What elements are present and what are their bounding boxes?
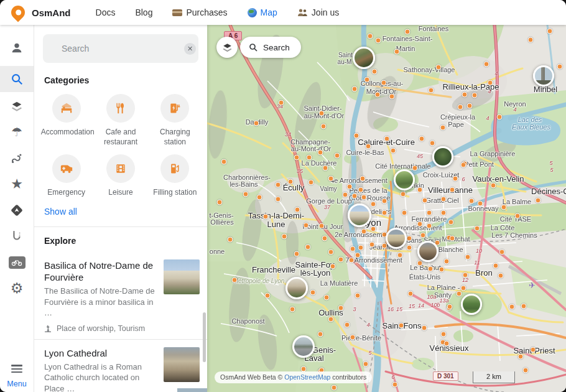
poi-dot[interactable] — [350, 246, 356, 252]
openstreetmap-link[interactable]: OpenStreetMap — [284, 373, 330, 381]
poi-dot[interactable] — [363, 362, 369, 367]
poi-dot[interactable] — [228, 237, 233, 243]
rail-routes[interactable] — [0, 145, 34, 171]
poi-dot[interactable] — [328, 317, 334, 322]
nav-join-us[interactable]: Join us — [297, 7, 339, 17]
poi-dot[interactable] — [338, 306, 344, 311]
poi-dot[interactable] — [354, 133, 360, 139]
brand-title[interactable]: OsmAnd — [32, 7, 71, 18]
poi-dot[interactable] — [382, 210, 387, 216]
photo-marker-tower[interactable] — [533, 65, 554, 86]
poi-dot[interactable] — [408, 291, 414, 297]
poi-dot[interactable] — [349, 258, 355, 263]
poi-dot[interactable] — [436, 65, 442, 70]
poi-dot[interactable] — [364, 77, 370, 83]
rail-settings[interactable]: ⚙ — [0, 275, 34, 301]
poi-dot[interactable] — [439, 267, 445, 273]
poi-dot[interactable] — [407, 236, 412, 241]
poi-dot[interactable] — [338, 257, 344, 263]
poi-dot[interactable] — [397, 253, 403, 258]
nav-purchases[interactable]: Purchases — [172, 7, 227, 17]
poi-dot[interactable] — [335, 153, 340, 159]
poi-dot[interactable] — [461, 162, 466, 168]
poi-dot[interactable] — [332, 385, 337, 391]
search-input[interactable] — [60, 43, 175, 54]
category-emergency[interactable]: Emergency — [39, 154, 93, 197]
poi-dot[interactable] — [465, 254, 471, 260]
poi-dot[interactable] — [276, 197, 281, 202]
panel-scrollbar[interactable] — [203, 312, 206, 362]
photo-marker-basilica[interactable] — [348, 203, 371, 227]
poi-dot[interactable] — [453, 176, 458, 182]
poi-dot[interactable] — [501, 205, 507, 210]
poi-dot[interactable] — [382, 243, 387, 249]
rail-search[interactable] — [0, 66, 34, 92]
poi-dot[interactable] — [360, 176, 366, 182]
poi-dot[interactable] — [375, 92, 381, 98]
poi-dot[interactable] — [384, 136, 390, 142]
poi-dot[interactable] — [345, 322, 350, 328]
photo-marker-street[interactable] — [292, 335, 315, 358]
poi-dot[interactable] — [322, 236, 328, 241]
poi-dot[interactable] — [422, 325, 427, 331]
poi-dot[interactable] — [343, 192, 348, 198]
poi-dot[interactable] — [536, 198, 541, 203]
poi-dot[interactable] — [419, 136, 425, 142]
photo-marker-meadow[interactable] — [461, 294, 482, 315]
poi-dot[interactable] — [371, 226, 376, 232]
poi-dot[interactable] — [217, 200, 223, 205]
poi-dot[interactable] — [484, 62, 489, 67]
poi-dot[interactable] — [381, 80, 387, 86]
poi-dot[interactable] — [472, 93, 478, 98]
map-canvas[interactable]: ✈ FontainesFontaines-Saint-MartinSathona… — [207, 25, 566, 392]
show-all-link[interactable]: Show all — [44, 207, 197, 217]
photo-marker-park[interactable] — [394, 169, 415, 190]
poi-dot[interactable] — [412, 166, 418, 171]
poi-dot[interactable] — [405, 29, 411, 35]
photo-marker-arch[interactable] — [285, 277, 308, 299]
poi-dot[interactable] — [440, 125, 446, 131]
map-search-button[interactable]: Search — [240, 37, 301, 58]
poi-dot[interactable] — [493, 263, 499, 269]
poi-dot[interactable] — [417, 222, 423, 227]
poi-dot[interactable] — [358, 245, 364, 251]
photo-marker-forest[interactable] — [432, 146, 453, 167]
poi-dot[interactable] — [463, 273, 468, 278]
poi-dot[interactable] — [294, 251, 300, 257]
poi-dot[interactable] — [399, 323, 404, 329]
poi-dot[interactable] — [352, 194, 358, 199]
poi-dot[interactable] — [429, 88, 434, 93]
poi-dot[interactable] — [369, 242, 375, 248]
poi-dot[interactable] — [318, 150, 323, 156]
poi-dot[interactable] — [392, 382, 398, 388]
poi-dot[interactable] — [528, 37, 534, 43]
explore-card-basilica[interactable]: Basilica of Notre-Dame de Fourvière The … — [34, 252, 207, 339]
poi-dot[interactable] — [358, 187, 364, 193]
poi-dot[interactable] — [352, 86, 358, 92]
poi-dot[interactable] — [279, 100, 284, 106]
poi-dot[interactable] — [288, 179, 294, 185]
category-charging-station[interactable]: Charging station — [148, 94, 202, 147]
rail-travel[interactable] — [0, 250, 34, 276]
poi-dot[interactable] — [355, 253, 361, 258]
poi-dot[interactable] — [518, 354, 524, 360]
poi-dot[interactable] — [371, 202, 376, 207]
poi-dot[interactable] — [521, 304, 527, 309]
poi-dot[interactable] — [309, 180, 314, 185]
explore-card-cathedral[interactable]: Lyon Cathedral Lyon Cathedral is a Roman… — [34, 340, 207, 392]
clear-search-icon[interactable]: ✕ — [184, 43, 196, 55]
poi-dot[interactable] — [243, 192, 249, 197]
poi-dot[interactable] — [321, 124, 327, 129]
rail-account[interactable] — [0, 35, 34, 61]
poi-dot[interactable] — [499, 250, 505, 255]
rail-weather[interactable]: ☂ — [0, 119, 34, 145]
poi-dot[interactable] — [391, 148, 396, 154]
poi-dot[interactable] — [276, 182, 281, 188]
poi-dot[interactable] — [457, 291, 462, 297]
poi-dot[interactable] — [441, 210, 447, 216]
poi-dot[interactable] — [323, 166, 328, 171]
category-filling-station[interactable]: Filling station — [148, 154, 202, 197]
poi-dot[interactable] — [394, 49, 400, 55]
nav-map[interactable]: Map — [248, 7, 277, 17]
poi-dot[interactable] — [469, 198, 475, 204]
